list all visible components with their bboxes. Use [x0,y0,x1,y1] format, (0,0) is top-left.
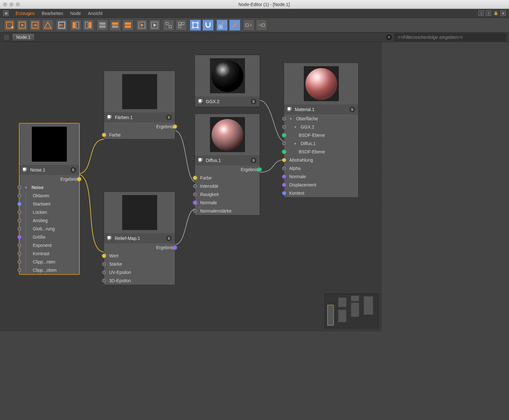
input-glob...rung[interactable]: Glob...rung [19,225,79,233]
group-row[interactable]: ▼ Noise [19,183,79,192]
input-port[interactable] [17,260,21,264]
menu-bearbeiten[interactable]: Bearbeiten [42,11,63,16]
input-port[interactable] [17,227,21,231]
input-lücken[interactable]: Lücken [19,208,79,216]
chevron-down-icon[interactable]: ▼ [289,117,292,121]
input-port[interactable] [193,184,197,188]
input-port[interactable] [193,201,197,205]
node-diffus[interactable]: Diffus.1 S Ergebnis Farbe Intensität Rau… [195,114,260,215]
input-normalenstaerke[interactable]: Normalenstärke [195,207,260,215]
input-intensitaet[interactable]: Intensität [195,182,260,190]
tool-rows-3[interactable] [122,19,134,31]
input-port[interactable] [17,268,21,272]
input-port[interactable] [282,125,286,129]
input-port[interactable] [17,210,21,214]
solo-badge[interactable]: S [251,158,256,163]
tree-bsdf-1[interactable]: BSDF-Ebene [284,131,358,139]
input-port[interactable] [282,183,286,187]
input-port[interactable] [17,186,21,189]
output-port[interactable] [77,177,81,181]
node-farben[interactable]: Färben.1 S Ergebnis Farbe [104,71,175,139]
tool-brush[interactable] [229,19,241,31]
input-port[interactable] [193,209,197,213]
zoom-window-icon[interactable] [16,3,20,6]
input-exponent[interactable]: Exponent [19,241,79,249]
input-port[interactable] [17,252,21,256]
input-farbe[interactable]: Farbe [104,131,175,139]
output-port[interactable] [173,125,177,129]
tool-node-arrow[interactable] [29,19,41,31]
input-kontrast[interactable]: Kontrast [19,249,79,258]
output-port-row[interactable]: Ergebnis [19,175,79,183]
input-3d-epsilon[interactable]: 3D-Epsilon [104,276,175,285]
node-header[interactable]: GGX.2 S [195,96,260,107]
chevron-down-icon[interactable]: ▼ [294,125,297,129]
input-startwert[interactable]: Startwert [19,200,79,208]
input-port[interactable] [282,133,286,137]
tree-oberflaeche[interactable]: ▼Oberfläche [284,115,358,123]
tool-group-left[interactable] [70,19,81,31]
tool-node-dot[interactable] [17,19,28,31]
input-port[interactable] [282,150,286,154]
input-port[interactable] [17,243,21,247]
tool-warning[interactable] [42,19,53,31]
breadcrumb-item[interactable]: Node.1 [12,33,35,41]
input-port[interactable] [17,219,21,222]
tool-preview-import[interactable] [216,19,228,31]
input-rauigkeit[interactable]: Rauigkeit [195,190,260,199]
solo-badge[interactable]: S [251,99,256,104]
tool-align-1[interactable] [163,19,174,31]
input-anstieg[interactable]: Anstieg [19,216,79,225]
solo-badge[interactable]: S [166,115,172,120]
input-port[interactable] [282,191,286,195]
close-window-icon[interactable] [3,3,7,6]
node-header[interactable]: Relief-Map.1 S [104,233,175,243]
minimize-window-icon[interactable] [10,3,13,6]
node-relief[interactable]: Relief-Map.1 S Ergebnis Wert Stärke UV-E… [104,192,175,285]
output-port-row[interactable]: Ergebnis [104,122,175,131]
solo-badge[interactable]: S [349,107,355,112]
tool-rows-2[interactable] [109,19,121,31]
node-ggx[interactable]: GGX.2 S [195,55,260,107]
node-header[interactable]: Noise.1 S [19,165,79,175]
node-noise[interactable]: Noise.1 S Ergebnis ▼ Noise OktavenStartw… [19,123,80,275]
new-panel-icon[interactable]: ⊞ [500,10,506,16]
solo-badge[interactable]: S [166,235,172,241]
solo-badge[interactable]: S [70,167,76,173]
filter-input[interactable]: <<Filterzeichenfolge eingeben>> [394,33,506,41]
input-größe[interactable]: Größe [19,233,79,241]
clear-filter-icon[interactable]: ✕ [386,34,392,40]
tool-group-right[interactable] [83,19,94,31]
input-clipp...oben[interactable]: Clipp...oben [19,266,79,274]
tool-align-2[interactable] [176,19,187,31]
input-port[interactable] [282,142,286,145]
tool-import[interactable] [56,19,67,31]
node-canvas[interactable]: Noise.1 S Ergebnis ▼ Noise OktavenStartw… [0,42,382,332]
output-port[interactable] [258,168,261,172]
input-normale[interactable]: Normale [195,199,260,207]
layout-2-icon[interactable]: ▯ [486,10,491,16]
tree-bsdf-2[interactable]: BSDF-Ebene [284,148,358,156]
tool-rows-1[interactable] [97,19,108,31]
tool-snap[interactable] [202,19,214,31]
chevron-down-icon[interactable]: ▼ [294,142,297,145]
node-header[interactable]: Diffus.1 S [195,155,260,165]
input-port[interactable] [102,254,106,258]
input-wert[interactable]: Wert [104,252,175,260]
input-port[interactable] [282,175,286,178]
input-staerke[interactable]: Stärke [104,260,175,268]
tool-io-1[interactable] [243,19,254,31]
input-port[interactable] [282,166,286,170]
input-port[interactable] [102,279,106,283]
input-abstrahlung[interactable]: Abstrahlung [284,156,358,164]
input-port[interactable] [17,235,21,239]
tool-play-1[interactable] [136,19,148,31]
input-port[interactable] [282,158,286,162]
tool-io-2[interactable] [256,19,267,31]
input-kontext[interactable]: Kontext [284,189,358,197]
input-port[interactable] [193,176,197,180]
input-port[interactable] [282,117,286,121]
input-uv-epsilon[interactable]: UV-Epsilon [104,268,175,276]
input-port[interactable] [193,192,197,196]
output-port-row[interactable]: Ergebnis [195,165,260,174]
